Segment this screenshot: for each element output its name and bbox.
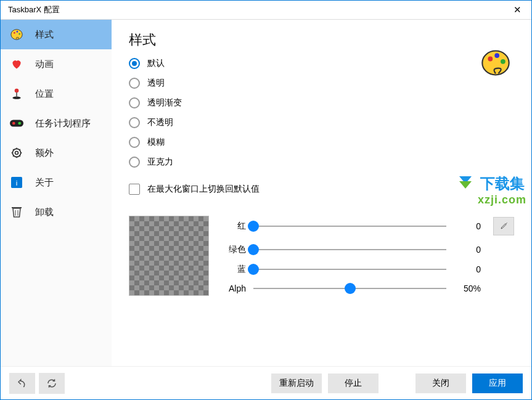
sidebar-item-uninstall[interactable]: 卸载 [1, 197, 112, 227]
svg-line-16 [13, 149, 14, 150]
slider-value: 0 [454, 245, 481, 255]
slider-track[interactable] [253, 226, 446, 227]
gear-icon [9, 145, 24, 160]
slider-thumb[interactable] [248, 221, 259, 232]
radio-acrylic[interactable]: 亚克力 [129, 157, 514, 168]
maximize-revert-checkbox[interactable]: 在最大化窗口上切换回默认值 [129, 184, 514, 195]
svg-point-28 [501, 59, 505, 64]
slider-track[interactable] [253, 249, 446, 250]
footer: 重新启动 停止 关闭 应用 [1, 366, 531, 399]
checkbox-label: 在最大化窗口上切换回默认值 [147, 184, 260, 195]
slider-green[interactable]: 绿色 0 [224, 244, 514, 255]
slider-label: Alph [224, 284, 246, 293]
watermark-line2: xzji.com [478, 194, 526, 206]
svg-point-9 [18, 122, 21, 125]
refresh-button[interactable] [39, 373, 65, 394]
trash-icon [9, 205, 24, 219]
slider-track[interactable] [253, 288, 446, 289]
svg-point-8 [12, 122, 15, 125]
color-preview-swatch [129, 216, 209, 296]
apply-button[interactable]: 应用 [472, 373, 523, 393]
traffic-light-icon [9, 116, 24, 131]
radio-transparent-gradient[interactable]: 透明渐变 [129, 97, 514, 108]
stop-button[interactable]: 停止 [328, 373, 379, 393]
svg-point-26 [488, 57, 493, 62]
radio-label: 模糊 [147, 137, 165, 148]
sidebar-item-position[interactable]: 位置 [1, 79, 112, 108]
style-radio-group: 默认 透明 透明渐变 不透明 [129, 58, 514, 168]
close-icon[interactable]: ✕ [503, 1, 531, 19]
slider-alpha[interactable]: Alph 50% [224, 284, 514, 293]
checkbox-icon [129, 184, 140, 195]
slider-thumb[interactable] [248, 244, 259, 255]
slider-thumb[interactable] [248, 264, 259, 275]
radio-icon [129, 137, 140, 148]
svg-point-1 [14, 32, 15, 34]
titlebar: TaskbarX 配置 ✕ [1, 1, 531, 20]
sidebar: 样式 动画 位置 任务 [1, 20, 112, 366]
svg-rect-7 [10, 120, 23, 127]
info-icon: i [9, 175, 24, 190]
slider-label: 绿色 [224, 244, 246, 255]
sidebar-item-label: 动画 [35, 59, 54, 70]
radio-icon [129, 58, 140, 69]
radio-icon [129, 157, 140, 168]
svg-point-11 [15, 152, 18, 155]
sidebar-item-label: 额外 [35, 147, 54, 159]
svg-point-3 [18, 33, 20, 35]
sidebar-item-taskscheduler[interactable]: 任务计划程序 [1, 108, 112, 138]
sidebar-item-label: 位置 [35, 88, 54, 100]
svg-line-17 [19, 155, 20, 157]
sidebar-item-extra[interactable]: 额外 [1, 138, 112, 168]
svg-point-6 [15, 89, 19, 93]
slider-blue[interactable]: 蓝 0 [224, 264, 514, 275]
svg-rect-22 [12, 207, 22, 208]
sidebar-item-animation[interactable]: 动画 [1, 49, 112, 79]
radio-blur[interactable]: 模糊 [129, 137, 514, 148]
sidebar-item-label: 任务计划程序 [35, 118, 91, 129]
palette-icon [480, 47, 512, 81]
radio-opaque[interactable]: 不透明 [129, 117, 514, 128]
main-panel: 样式 默认 透明 透明渐变 [112, 20, 531, 366]
refresh-icon [46, 378, 57, 389]
radio-label: 不透明 [147, 117, 173, 128]
sidebar-item-about[interactable]: i 关于 [1, 168, 112, 197]
slider-red[interactable]: 红 0 [224, 217, 514, 235]
palette-icon [9, 27, 24, 42]
radio-label: 透明渐变 [147, 97, 182, 108]
svg-text:i: i [16, 179, 18, 187]
sidebar-item-label: 关于 [35, 177, 54, 189]
slider-thumb[interactable] [345, 283, 356, 294]
svg-marker-29 [459, 176, 472, 184]
radio-icon [129, 97, 140, 108]
page-title: 样式 [129, 31, 514, 49]
eyedropper-button[interactable] [493, 217, 514, 235]
slider-label: 蓝 [224, 264, 246, 275]
radio-icon [129, 78, 140, 89]
restart-button[interactable]: 重新启动 [271, 373, 322, 393]
radio-label: 透明 [147, 78, 165, 89]
undo-icon [17, 378, 28, 389]
window-title: TaskbarX 配置 [8, 4, 503, 15]
slider-track[interactable] [253, 269, 446, 270]
joystick-icon [9, 86, 24, 101]
sidebar-item-style[interactable]: 样式 [1, 20, 112, 49]
slider-value: 0 [454, 221, 481, 231]
svg-point-2 [17, 31, 18, 33]
svg-line-18 [19, 149, 20, 150]
radio-transparent[interactable]: 透明 [129, 78, 514, 89]
svg-point-27 [494, 53, 499, 58]
svg-line-19 [13, 155, 14, 157]
radio-icon [129, 117, 140, 128]
slider-label: 红 [224, 221, 246, 232]
heart-icon [9, 57, 24, 71]
sidebar-item-label: 卸载 [35, 206, 54, 218]
radio-default[interactable]: 默认 [129, 58, 514, 69]
slider-value: 0 [454, 264, 481, 274]
sidebar-item-label: 样式 [35, 29, 54, 41]
radio-label: 亚克力 [147, 157, 173, 168]
close-button[interactable]: 关闭 [415, 373, 466, 393]
radio-label: 默认 [147, 58, 165, 69]
eyedropper-icon [499, 221, 509, 231]
undo-button[interactable] [9, 373, 35, 394]
